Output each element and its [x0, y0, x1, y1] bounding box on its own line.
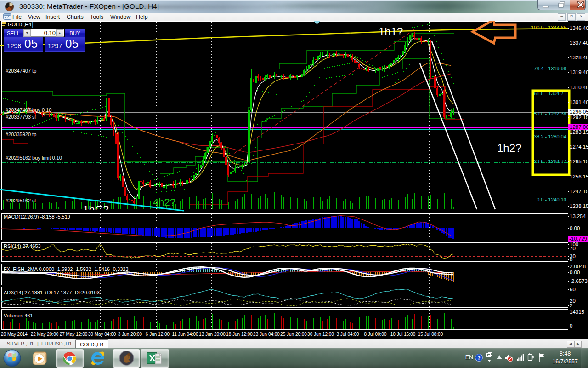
svg-text:1346.40: 1346.40: [570, 25, 588, 31]
svg-text:1287.06: 1287.06: [570, 124, 588, 130]
svg-text:50.0 - 1292.38: 50.0 - 1292.38: [534, 111, 566, 116]
svg-text:70: 70: [570, 246, 576, 251]
svg-text:61.8 - 1304.71: 61.8 - 1304.71: [534, 91, 566, 96]
svg-text:-2.6573: -2.6573: [570, 278, 588, 284]
svg-text:4h2?: 4h2?: [153, 196, 175, 208]
svg-text:1h1?: 1h1?: [379, 25, 403, 38]
svg-text:0.0 - 1240.10: 0.0 - 1240.10: [537, 197, 566, 202]
svg-text:22 May 20:00: 22 May 20:00: [31, 332, 59, 337]
svg-text:20 May 2014: 20 May 2014: [1, 332, 28, 337]
svg-text:3 Jun 20:00: 3 Jun 20:00: [118, 332, 142, 337]
svg-text:0.00: 0.00: [570, 225, 580, 231]
svg-text:#20335920 tp: #20335920 tp: [6, 132, 36, 137]
svg-text:30 Jun 12:00: 30 Jun 12:00: [307, 332, 334, 337]
svg-text:GOLD.,H4│: GOLD.,H4│: [8, 21, 34, 28]
svg-text:1238.15: 1238.15: [570, 203, 588, 209]
svg-text:1265.15: 1265.15: [570, 159, 588, 164]
svg-text:23.6 - 1264.77: 23.6 - 1264.77: [534, 159, 566, 164]
svg-text:6 Jun 12:00: 6 Jun 12:00: [146, 332, 170, 337]
svg-text:0: 0: [570, 323, 572, 328]
svg-text:25 Jun 20:00: 25 Jun 20:00: [280, 332, 307, 337]
svg-text:1301.40: 1301.40: [570, 99, 588, 105]
svg-text:1292.15: 1292.15: [570, 115, 588, 120]
svg-text:8 Jul 00:00: 8 Jul 00:00: [364, 332, 387, 337]
svg-text:100.0 - 1344.65: 100.0 - 1344.65: [531, 25, 566, 30]
svg-text:Volumes 461: Volumes 461: [4, 313, 33, 318]
svg-text:FX_FISH_2MA 0.0000 -1.5932 -1.: FX_FISH_2MA 0.0000 -1.5932 -1.5932 -1.54…: [4, 266, 129, 272]
svg-text:1h2?: 1h2?: [497, 142, 521, 154]
svg-text:#20347407 buy 0.10: #20347407 buy 0.10: [6, 107, 51, 113]
svg-text:1247.15: 1247.15: [570, 189, 588, 194]
svg-text:13.254: 13.254: [570, 213, 586, 219]
svg-text:?: ?: [477, 355, 481, 361]
svg-text:MACD(12,26,9) -8.158 -5.519: MACD(12,26,9) -8.158 -5.519: [4, 214, 70, 219]
svg-text:#20347407 tp: #20347407 tp: [6, 68, 36, 74]
svg-text:1256.15: 1256.15: [570, 174, 588, 179]
svg-text:30 May 04:00: 30 May 04:00: [88, 332, 116, 337]
svg-text:1296.05: 1296.05: [570, 109, 588, 115]
svg-text:1328.40: 1328.40: [570, 55, 588, 60]
svg-text:2.0048: 2.0048: [570, 264, 586, 269]
svg-text:RSI(14) 27.4653: RSI(14) 27.4653: [4, 243, 41, 249]
svg-text:13 Jun 20:00: 13 Jun 20:00: [199, 332, 226, 337]
svg-text:1337.40: 1337.40: [570, 40, 588, 46]
svg-text:-10.729: -10.729: [569, 236, 587, 242]
svg-text:76.4 - 1319.98: 76.4 - 1319.98: [534, 66, 566, 71]
svg-text:0: 0: [570, 257, 572, 262]
svg-text:1274.15: 1274.15: [570, 144, 588, 150]
svg-text:1319.40: 1319.40: [570, 69, 588, 75]
svg-text:23 Jun 04:00: 23 Jun 04:00: [253, 332, 280, 337]
svg-text:0.00: 0.00: [570, 270, 580, 275]
svg-text:38.2 - 1280.04: 38.2 - 1280.04: [534, 134, 566, 139]
svg-text:#20295162 buy limit 0.10: #20295162 buy limit 0.10: [6, 155, 62, 161]
svg-text:15 Jul 08:00: 15 Jul 08:00: [418, 332, 443, 337]
svg-text:ADX(14) 27.1881 +DI:17.1377 -D: ADX(14) 27.1881 +DI:17.1377 -DI:20.0103: [4, 290, 100, 295]
svg-text:2: 2: [570, 303, 572, 308]
svg-text:11 Jun 04:00: 11 Jun 04:00: [172, 332, 198, 337]
svg-text:18 Jun 12:00: 18 Jun 12:00: [226, 332, 253, 337]
svg-text:14315: 14315: [570, 309, 584, 315]
svg-text:#20295162 sl: #20295162 sl: [6, 198, 36, 203]
svg-text:60: 60: [570, 287, 576, 292]
svg-text:1310.40: 1310.40: [570, 85, 588, 90]
svg-text:3 Jul 04:00: 3 Jul 04:00: [337, 332, 359, 337]
svg-text:27 May 12:00: 27 May 12:00: [60, 332, 88, 337]
svg-text:#20337793 sl: #20337793 sl: [6, 114, 36, 120]
svg-text:10 Jul 16:00: 10 Jul 16:00: [390, 332, 416, 337]
